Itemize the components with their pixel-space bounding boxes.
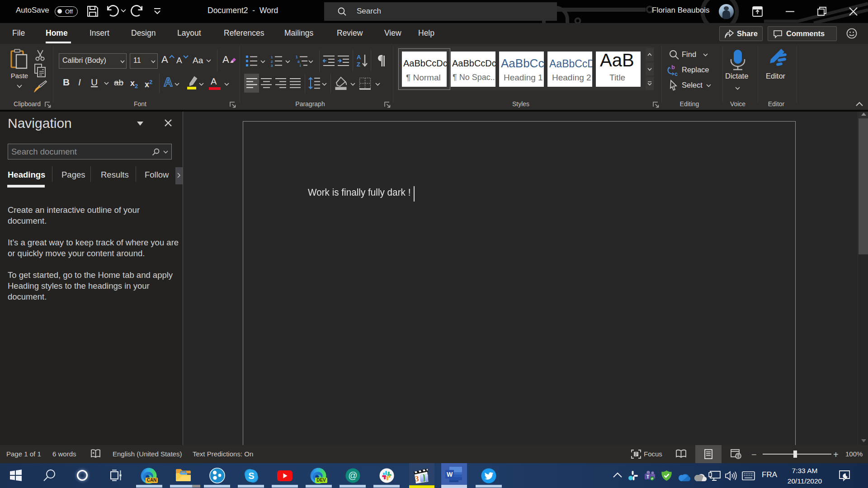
svg-text:T: T <box>646 474 649 479</box>
svg-text:A: A <box>357 54 361 61</box>
svg-text:A: A <box>164 75 173 89</box>
svg-text:b: b <box>671 64 675 70</box>
svg-text:Z: Z <box>357 61 360 68</box>
svg-text:c: c <box>675 70 678 77</box>
svg-text:a: a <box>297 59 300 64</box>
svg-text:W: W <box>447 471 453 478</box>
svg-text:i: i <box>300 63 301 68</box>
svg-text:@: @ <box>348 470 357 480</box>
svg-text:3: 3 <box>271 64 273 68</box>
svg-text:1: 1 <box>271 55 273 59</box>
svg-text:3: 3 <box>415 474 419 483</box>
svg-text:2: 2 <box>271 60 273 64</box>
svg-text:S: S <box>248 471 254 481</box>
svg-text:1: 1 <box>296 55 298 59</box>
